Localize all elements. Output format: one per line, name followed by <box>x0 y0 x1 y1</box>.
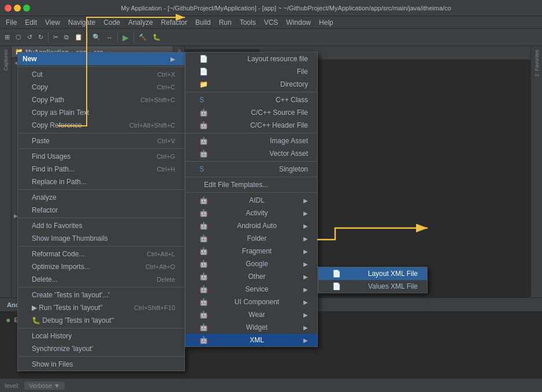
menu-delete[interactable]: Delete... Delete <box>18 273 184 286</box>
menu-edit[interactable]: Edit <box>21 17 40 28</box>
submenu-edit-templates[interactable]: Edit File Templates... <box>185 178 317 191</box>
wear-icon: 🤖 <box>199 311 208 319</box>
submenu-ui[interactable]: 🤖 UI Component ▶ <box>185 296 317 308</box>
maximize-button[interactable] <box>23 5 30 12</box>
menu-paste[interactable]: Paste Ctrl+V <box>18 135 184 147</box>
menu-copy[interactable]: Copy Ctrl+C <box>18 81 184 94</box>
xml-layout-file[interactable]: 📄 Layout XML File <box>318 267 427 280</box>
submenu-singleton[interactable]: S Singleton <box>185 163 317 176</box>
submenu-other[interactable]: 🤖 Other ▶ <box>185 270 317 283</box>
submenu-file[interactable]: 📄 File <box>185 65 317 78</box>
google-arrow: ▶ <box>303 261 308 267</box>
submenu-vector-asset[interactable]: 🤖 Vector Asset <box>185 147 317 160</box>
menu-show-files[interactable]: Show in Files <box>18 358 184 371</box>
menu-copy-plain[interactable]: Copy as Plain Text <box>18 106 184 119</box>
toolbar-btn-search[interactable]: 🔍 <box>90 32 103 42</box>
menu-find-usages[interactable]: Find Usages Ctrl+G <box>18 150 184 163</box>
toolbar-btn-debug[interactable]: 🐛 <box>150 32 163 42</box>
window-controls[interactable] <box>5 5 30 12</box>
submenu-google[interactable]: 🤖 Google ▶ <box>185 257 317 270</box>
submenu-cpp-class[interactable]: S C++ Class <box>185 94 317 106</box>
menu-build[interactable]: Build <box>192 17 214 28</box>
ui-label: UI Component <box>235 298 279 306</box>
toolbar-btn-7[interactable]: 📋 <box>72 32 85 42</box>
toolbar-btn-build[interactable]: 🔨 <box>136 32 149 42</box>
menu-refactor[interactable]: Refactor <box>158 17 191 28</box>
submenu-android-auto[interactable]: 🤖 Android Auto ▶ <box>185 219 317 232</box>
copy-label: Copy <box>32 83 48 91</box>
submenu-xml[interactable]: 🤖 XML ▶ <box>185 334 317 346</box>
toolbar-run-btn[interactable]: ▶ <box>120 32 131 43</box>
ui-icon: 🤖 <box>199 298 208 306</box>
menu-local-history[interactable]: Local History <box>18 330 184 342</box>
xml-values-file[interactable]: 📄 Values XML File <box>318 280 427 293</box>
file-icon2: 📄 <box>199 68 208 76</box>
submenu-wear[interactable]: 🤖 Wear ▶ <box>185 308 317 321</box>
dir-icon: 📁 <box>199 80 208 88</box>
submenu-directory[interactable]: 📁 Directory <box>185 78 317 91</box>
menu-tools[interactable]: Tools <box>236 17 259 28</box>
menu-debug-tests[interactable]: 🐛 Debug 'Tests in 'layout'' <box>18 314 184 327</box>
menu-file[interactable]: File <box>2 17 20 28</box>
layout-resource-label: Layout resource file <box>247 55 308 63</box>
cpp-icon: S <box>199 96 204 104</box>
menu-add-favorites[interactable]: Add to Favorites <box>18 219 184 232</box>
android-auto-icon: 🤖 <box>199 222 208 230</box>
menu-help[interactable]: Help <box>315 17 337 28</box>
close-button[interactable] <box>5 5 12 12</box>
menu-navigate[interactable]: Navigate <box>65 17 99 28</box>
captures-tab[interactable]: Captures <box>2 46 10 76</box>
other-arrow: ▶ <box>303 274 308 280</box>
toolbar-sep-4 <box>133 32 134 43</box>
menu-replace-path[interactable]: Replace in Path... <box>18 176 184 188</box>
submenu-layout-resource[interactable]: 📄 Layout resource file <box>185 53 317 65</box>
submenu-fragment[interactable]: 🤖 Fragment ▶ <box>185 245 317 257</box>
toolbar-btn-4[interactable]: ↻ <box>36 32 46 42</box>
submenu-aidl[interactable]: 🤖 AIDL ▶ <box>185 194 317 207</box>
toolbar-btn-1[interactable]: ⊞ <box>2 32 12 42</box>
menu-show-thumbnails[interactable]: Show Image Thumbnails <box>18 232 184 245</box>
menu-view[interactable]: View <box>42 17 64 28</box>
context-menu-new[interactable]: New ▶ <box>18 53 184 65</box>
menu-copy-ref[interactable]: Copy Reference Ctrl+Alt+Shift+C <box>18 119 184 132</box>
wear-arrow: ▶ <box>303 312 308 318</box>
toolbar-btn-2[interactable]: ⬡ <box>13 32 24 42</box>
menu-reformat[interactable]: Reformat Code... Ctrl+Alt+L <box>18 248 184 260</box>
aidl-arrow: ▶ <box>303 197 308 204</box>
menu-analyze[interactable]: Analyze <box>125 17 157 28</box>
menu-run[interactable]: Run <box>216 17 235 28</box>
submenu-cpp-source[interactable]: 🤖 C/C++ Source File <box>185 106 317 119</box>
submenu-sep-4 <box>185 177 317 177</box>
submenu-cpp-header[interactable]: 🤖 C/C++ Header File <box>185 119 317 132</box>
menu-find-path[interactable]: Find in Path... Ctrl+H <box>18 163 184 176</box>
submenu-service[interactable]: 🤖 Service ▶ <box>185 283 317 296</box>
menu-analyze[interactable]: Analyze <box>18 191 184 204</box>
menu-code[interactable]: Code <box>100 17 124 28</box>
menu-run-tests[interactable]: ▶ Run 'Tests in 'layout'' Ctrl+Shift+F10 <box>18 301 184 314</box>
aidl-icon: 🤖 <box>199 196 208 204</box>
menu-cut[interactable]: Cut Ctrl+X <box>18 68 184 81</box>
minimize-button[interactable] <box>14 5 21 12</box>
verbose-select[interactable]: Verbose ▼ <box>24 382 65 390</box>
delete-shortcut: Delete <box>157 276 175 283</box>
menu-create-tests[interactable]: Create 'Tests in 'layout'...' <box>18 289 184 301</box>
menu-vcs[interactable]: VCS <box>261 17 282 28</box>
favorites-tab[interactable]: 2: Favorites <box>533 46 541 81</box>
menu-optimize[interactable]: Optimize Imports... Ctrl+Alt+O <box>18 260 184 273</box>
menu-synchronize[interactable]: Synchronize 'layout' <box>18 342 184 355</box>
submenu-folder[interactable]: 🤖 Folder ▶ <box>185 232 317 245</box>
debug-tests-label: 🐛 Debug 'Tests in 'layout'' <box>32 316 114 324</box>
service-icon: 🤖 <box>199 285 208 293</box>
toolbar-btn-5[interactable]: ✂ <box>51 32 61 42</box>
submenu-image-asset[interactable]: 🤖 Image Asset <box>185 135 317 147</box>
toolbar-btn-6[interactable]: ⧉ <box>62 32 71 42</box>
menu-refactor[interactable]: Refactor <box>18 204 184 216</box>
submenu-widget[interactable]: 🤖 Widget ▶ <box>185 321 317 334</box>
toolbar-sep-3 <box>117 32 118 43</box>
toolbar-sep-1 <box>48 32 49 43</box>
toolbar-btn-replace[interactable]: ↔ <box>104 33 115 42</box>
menu-copy-path[interactable]: Copy Path Ctrl+Shift+C <box>18 94 184 106</box>
submenu-activity[interactable]: 🤖 Activity ▶ <box>185 207 317 219</box>
menu-window[interactable]: Window <box>283 17 314 28</box>
toolbar-btn-3[interactable]: ↺ <box>25 32 35 42</box>
